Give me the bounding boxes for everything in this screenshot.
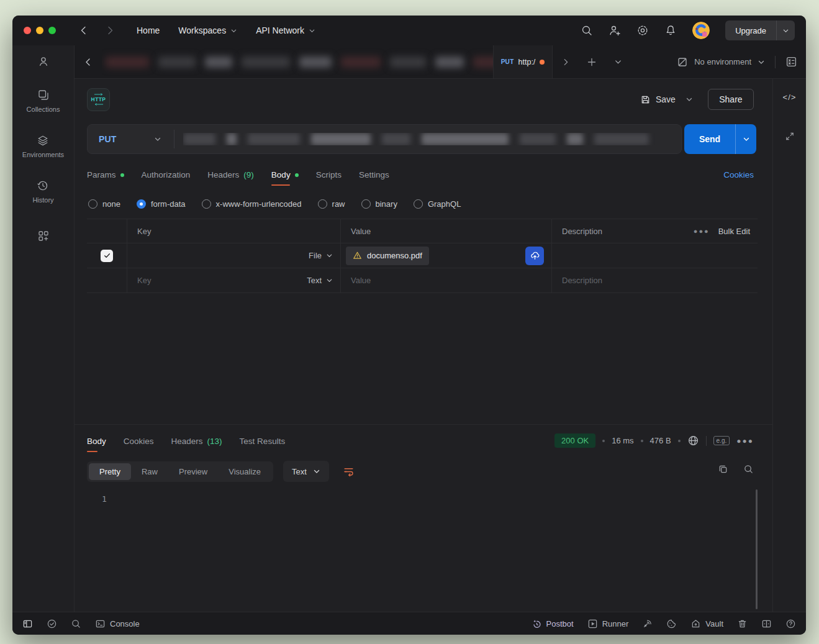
- key-cell[interactable]: Key Text: [127, 268, 340, 293]
- capture-requests-icon[interactable]: [642, 619, 653, 629]
- view-pretty[interactable]: Pretty: [89, 463, 131, 480]
- close-button[interactable]: [24, 27, 31, 34]
- description-header: Description ●●● Bulk Edit: [551, 219, 758, 243]
- method-selector[interactable]: PUT: [88, 134, 117, 144]
- redacted-tabs[interactable]: [102, 45, 493, 78]
- profile-icon[interactable]: [37, 55, 50, 68]
- value-cell[interactable]: Value: [340, 268, 551, 293]
- invite-user-icon[interactable]: [609, 24, 621, 37]
- nav-workspaces[interactable]: Workspaces: [178, 25, 237, 35]
- bodytype-raw[interactable]: raw: [318, 199, 345, 209]
- redacted-request-title[interactable]: [115, 91, 612, 107]
- redacted-url[interactable]: [183, 133, 681, 145]
- upgrade-button[interactable]: Upgrade: [725, 20, 795, 40]
- expand-panel-icon[interactable]: [784, 131, 795, 142]
- column-options-icon[interactable]: ●●●: [694, 227, 710, 235]
- upload-file-button[interactable]: [525, 247, 544, 265]
- response-options-icon[interactable]: ●●●: [736, 437, 754, 445]
- tabs-scroll-right-icon[interactable]: [553, 45, 579, 78]
- send-options-chevron-icon[interactable]: [735, 124, 756, 154]
- nav-home[interactable]: Home: [137, 25, 160, 35]
- send-button[interactable]: Send: [684, 124, 735, 154]
- tab-scripts[interactable]: Scripts: [316, 170, 342, 186]
- view-preview[interactable]: Preview: [168, 463, 218, 480]
- view-raw[interactable]: Raw: [131, 463, 168, 480]
- key-cell[interactable]: File: [127, 243, 340, 268]
- help-icon[interactable]: [785, 619, 796, 629]
- cookies-link[interactable]: Cookies: [723, 170, 754, 179]
- tab-body[interactable]: Body: [271, 170, 299, 186]
- tab-authorization[interactable]: Authorization: [142, 170, 191, 186]
- bodytype-none[interactable]: none: [88, 199, 120, 209]
- bodytype-binary[interactable]: binary: [361, 199, 397, 209]
- checkpoint-icon[interactable]: [47, 619, 57, 629]
- network-globe-icon[interactable]: [687, 435, 699, 447]
- toggle-sidebar-icon[interactable]: [22, 619, 33, 629]
- vault-button[interactable]: Vault: [690, 619, 723, 629]
- sidebar-item-history[interactable]: History: [32, 179, 53, 204]
- runner-button[interactable]: Runner: [587, 619, 629, 629]
- notifications-bell-icon[interactable]: [664, 24, 677, 37]
- forward-icon[interactable]: [102, 22, 118, 39]
- row-checkbox[interactable]: [101, 250, 113, 262]
- sidebar-item-environments[interactable]: Environments: [22, 134, 64, 158]
- response-scrollbar[interactable]: [756, 489, 758, 609]
- tab-options-chevron-icon[interactable]: [605, 45, 631, 78]
- new-tab-icon[interactable]: [579, 45, 605, 78]
- value-type-select[interactable]: File: [309, 251, 333, 260]
- more-tools-icon[interactable]: [37, 230, 50, 242]
- save-example-icon[interactable]: e.g.: [713, 436, 730, 445]
- environment-quick-look-icon[interactable]: [785, 56, 797, 68]
- environment-selector[interactable]: No environment: [694, 57, 751, 66]
- params-indicator-dot: [120, 173, 124, 177]
- tab-headers[interactable]: Headers(9): [207, 170, 254, 186]
- console-button[interactable]: Console: [95, 619, 140, 629]
- search-response-icon[interactable]: [743, 464, 754, 474]
- copy-icon[interactable]: [718, 464, 728, 474]
- url-input[interactable]: PUT: [87, 124, 682, 154]
- format-select[interactable]: Text: [283, 461, 329, 482]
- sidebar-item-collections[interactable]: Collections: [27, 89, 60, 113]
- split-panel-icon[interactable]: [761, 619, 772, 629]
- tab-params[interactable]: Params: [87, 170, 124, 186]
- response-tab-cookies[interactable]: Cookies: [124, 437, 154, 452]
- find-icon[interactable]: [71, 619, 81, 629]
- bodytype-x-www-form-urlencoded[interactable]: x-www-form-urlencoded: [202, 199, 302, 209]
- bulk-edit-link[interactable]: Bulk Edit: [718, 227, 750, 236]
- chevron-down-icon[interactable]: [776, 20, 795, 40]
- view-visualize[interactable]: Visualize: [218, 463, 271, 480]
- chevron-down-icon[interactable]: [154, 135, 161, 143]
- response-tab-headers[interactable]: Headers(13): [171, 437, 222, 452]
- key-placeholder: Key: [137, 276, 151, 285]
- maximize-button[interactable]: [48, 27, 56, 34]
- nav-api-network[interactable]: API Network: [256, 25, 315, 35]
- back-icon[interactable]: [76, 22, 92, 39]
- collections-icon: [37, 89, 50, 101]
- save-button[interactable]: Save: [640, 94, 676, 105]
- user-avatar[interactable]: [692, 22, 710, 39]
- tab-settings[interactable]: Settings: [359, 170, 389, 186]
- search-icon[interactable]: [581, 24, 593, 37]
- bodytype-graphql[interactable]: GraphQL: [414, 199, 461, 209]
- code-snippet-icon[interactable]: </>: [783, 93, 797, 102]
- value-cell[interactable]: documenso.pdf: [340, 243, 551, 268]
- minimize-button[interactable]: [36, 27, 43, 34]
- wrap-lines-icon[interactable]: [343, 466, 355, 478]
- bodytype-form-data[interactable]: form-data: [137, 199, 186, 209]
- postbot-button[interactable]: Postbot: [532, 619, 574, 629]
- file-chip[interactable]: documenso.pdf: [346, 247, 429, 265]
- response-tab-body[interactable]: Body: [87, 437, 106, 452]
- value-type-select[interactable]: Text: [307, 276, 333, 285]
- trash-icon[interactable]: [737, 619, 748, 629]
- response-tab-test-results[interactable]: Test Results: [240, 437, 286, 452]
- settings-gear-icon[interactable]: [636, 24, 649, 37]
- save-options-chevron-icon[interactable]: [686, 96, 693, 103]
- tabs-scroll-left-icon[interactable]: [75, 45, 102, 78]
- active-request-tab[interactable]: PUT http:/: [493, 45, 553, 78]
- description-cell[interactable]: Description: [551, 268, 758, 293]
- chevron-down-icon[interactable]: [758, 58, 765, 66]
- cookies-icon[interactable]: [666, 619, 677, 629]
- radio-icon: [318, 199, 327, 209]
- description-cell[interactable]: [551, 243, 758, 268]
- share-button[interactable]: Share: [708, 89, 754, 110]
